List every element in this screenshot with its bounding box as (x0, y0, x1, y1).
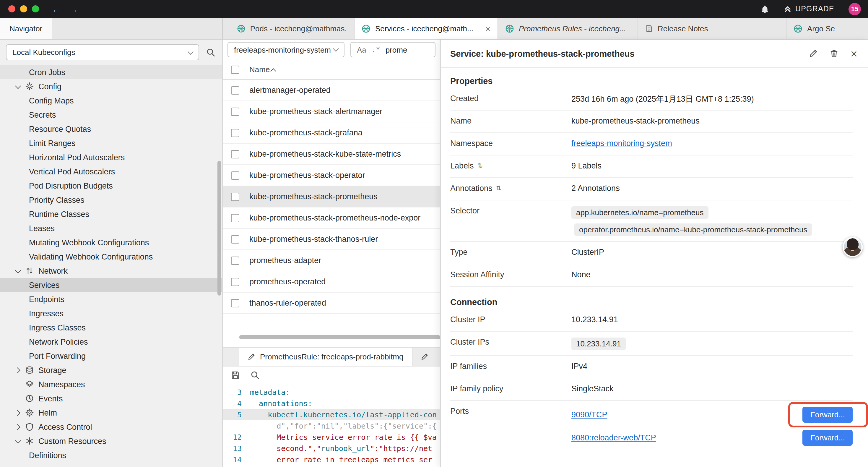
tab-services[interactable]: Services - icecheng@math... × (354, 18, 498, 39)
sidebar-item-ingress-classes[interactable]: Ingress Classes (0, 320, 222, 334)
zoom-window-button[interactable] (32, 5, 39, 12)
yaml-editor[interactable]: 3metadata:4annotations:5kubectl.kubernet… (223, 384, 440, 465)
match-case-toggle[interactable]: Aa (357, 45, 366, 54)
sidebar-item-vertical-pod-autoscalers[interactable]: Vertical Pod Autoscalers (0, 164, 222, 178)
forward-button-8080[interactable]: Forward... (803, 430, 852, 446)
sidebar-item-access-control[interactable]: Access Control (0, 420, 222, 434)
close-drawer-button[interactable]: × (850, 48, 857, 59)
row-checkbox[interactable] (231, 128, 239, 137)
pencil-icon (248, 353, 255, 360)
forward-button-9090[interactable]: Forward... (803, 407, 852, 423)
notification-count-badge[interactable]: 15 (848, 3, 861, 15)
sidebar-item-config[interactable]: Config (0, 79, 222, 93)
chevron-right-icon[interactable] (16, 410, 21, 415)
sidebar-item-custom-resources[interactable]: Custom Resources (0, 434, 222, 448)
close-tab-icon[interactable]: × (482, 23, 490, 33)
service-row-prometheus-operated[interactable]: prometheus-operated (223, 271, 440, 293)
service-row-kube-prometheus-stack-prometheus[interactable]: kube-prometheus-stack-prometheus (223, 186, 440, 207)
chevron-right-icon[interactable] (16, 424, 21, 430)
row-checkbox[interactable] (231, 193, 239, 201)
service-row-thanos-ruler-operated[interactable]: thanos-ruler-operated (223, 293, 440, 314)
chevron-down-icon[interactable] (16, 84, 21, 89)
row-checkbox[interactable] (231, 171, 239, 179)
service-row-prometheus-adapter[interactable]: prometheus-adapter (223, 250, 440, 271)
sidebar-item-cron-jobs[interactable]: Cron Jobs (0, 65, 222, 79)
sidebar-item-endpoints[interactable]: Endpoints (0, 292, 222, 306)
tab-release-notes[interactable]: Release Notes (638, 18, 786, 39)
row-checkbox[interactable] (231, 278, 239, 286)
row-checkbox[interactable] (231, 150, 239, 158)
sidebar-item-mutating-webhook-configurations[interactable]: Mutating Webhook Configurations (0, 235, 222, 250)
sidebar-item-helm[interactable]: Helm (0, 406, 222, 420)
close-window-button[interactable] (8, 5, 16, 12)
tab-prometheus-rules[interactable]: Prometheus Rules - icecheng... (498, 18, 638, 39)
upgrade-button[interactable]: UPGRADE (783, 5, 834, 13)
sidebar-item-config-maps[interactable]: Config Maps (0, 93, 222, 108)
dock-tab-partial[interactable] (412, 348, 437, 366)
expand-toggle-icon[interactable]: ⇅ (496, 184, 501, 192)
sidebar-item-secrets[interactable]: Secrets (0, 108, 222, 122)
sidebar-item-network-policies[interactable]: Network Policies (0, 334, 222, 349)
sidebar-item-port-forwarding[interactable]: Port Forwarding (0, 349, 222, 363)
editor-search-icon[interactable] (251, 371, 259, 380)
row-checkbox[interactable] (231, 107, 239, 116)
service-row-kube-prometheus-stack-operator[interactable]: kube-prometheus-stack-operator (223, 165, 440, 186)
row-checkbox[interactable] (231, 299, 239, 307)
chevron-right-icon[interactable] (16, 368, 21, 373)
service-row-kube-prometheus-stack-thanos-ruler[interactable]: kube-prometheus-stack-thanos-ruler (223, 229, 440, 250)
sidebar-search-icon[interactable] (206, 48, 215, 57)
upgrade-label: UPGRADE (795, 5, 834, 13)
row-checkbox[interactable] (231, 86, 239, 94)
namespace-link[interactable]: freeleaps-monitoring-system (571, 139, 672, 148)
sidebar-item-leases[interactable]: Leases (0, 221, 222, 235)
sidebar-scrollbar[interactable] (217, 161, 221, 296)
notifications-bell-icon[interactable] (761, 4, 769, 13)
table-search-input[interactable]: Aa .* prome (350, 42, 435, 57)
service-row-kube-prometheus-stack-grafana[interactable]: kube-prometheus-stack-grafana (223, 122, 440, 144)
sidebar-item-events[interactable]: Events (0, 391, 222, 406)
sidebar-item-horizontal-pod-autoscalers[interactable]: Horizontal Pod Autoscalers (0, 150, 222, 164)
sidebar-item-limit-ranges[interactable]: Limit Ranges (0, 136, 222, 150)
sidebar-item-label: Horizontal Pod Autoscalers (29, 153, 125, 162)
expand-toggle-icon[interactable]: ⇅ (477, 162, 483, 170)
port-link-9090[interactable]: 9090/TCP (571, 410, 608, 419)
tab-pods[interactable]: Pods - icecheng@mathmas... (230, 18, 354, 39)
service-row-kube-prometheus-stack-prometheus-node-expor[interactable]: kube-prometheus-stack-prometheus-node-ex… (223, 207, 440, 229)
forward-button[interactable]: → (69, 4, 78, 13)
sidebar-item-priority-classes[interactable]: Priority Classes (0, 193, 222, 207)
tab-argo[interactable]: Argo Se (786, 18, 868, 39)
user-avatar[interactable] (843, 237, 863, 257)
row-checkbox[interactable] (231, 214, 239, 222)
minimize-window-button[interactable] (20, 5, 27, 12)
sidebar-item-runtime-classes[interactable]: Runtime Classes (0, 207, 222, 221)
delete-button[interactable] (830, 49, 839, 58)
sidebar-item-services[interactable]: Services (0, 278, 222, 292)
row-checkbox[interactable] (231, 256, 239, 265)
regex-toggle[interactable]: .* (372, 46, 380, 54)
edit-button[interactable] (809, 49, 818, 58)
property-row-namespace: Namespace freeleaps-monitoring-system (450, 133, 852, 155)
chevron-down-icon[interactable] (16, 268, 21, 273)
dock-tab-prometheusrule[interactable]: PrometheusRule: freeleaps-prod-rabbitmq (239, 348, 412, 366)
horizontal-scrollbar[interactable] (239, 335, 440, 339)
port-link-8080-reloader-web[interactable]: 8080:reloader-web/TCP (571, 433, 656, 442)
sidebar-item-pod-disruption-budgets[interactable]: Pod Disruption Budgets (0, 178, 222, 193)
name-column-header[interactable]: Name (249, 65, 275, 74)
row-checkbox[interactable] (231, 235, 239, 243)
sidebar-item-network[interactable]: Network (0, 264, 222, 278)
chevron-down-icon[interactable] (16, 438, 21, 444)
sidebar-item-definitions[interactable]: Definitions (0, 448, 222, 462)
sidebar-item-storage[interactable]: Storage (0, 363, 222, 377)
service-row-kube-prometheus-stack-alertmanager[interactable]: kube-prometheus-stack-alertmanager (223, 101, 440, 122)
service-row-kube-prometheus-stack-kube-state-metrics[interactable]: kube-prometheus-stack-kube-state-metrics (223, 144, 440, 165)
service-row-alertmanager-operated[interactable]: alertmanager-operated (223, 80, 440, 101)
save-icon[interactable] (231, 371, 240, 380)
back-button[interactable]: ← (52, 4, 61, 13)
namespace-selector[interactable]: freeleaps-monitoring-system (227, 42, 344, 57)
sidebar-item-validating-webhook-configurations[interactable]: Validating Webhook Configurations (0, 250, 222, 264)
kubeconfig-selector[interactable]: Local Kubeconfigs (6, 44, 199, 60)
sidebar-item-resource-quotas[interactable]: Resource Quotas (0, 122, 222, 136)
sidebar-item-ingresses[interactable]: Ingresses (0, 306, 222, 320)
sidebar-item-namespaces[interactable]: Namespaces (0, 377, 222, 391)
select-all-checkbox[interactable] (231, 65, 239, 74)
